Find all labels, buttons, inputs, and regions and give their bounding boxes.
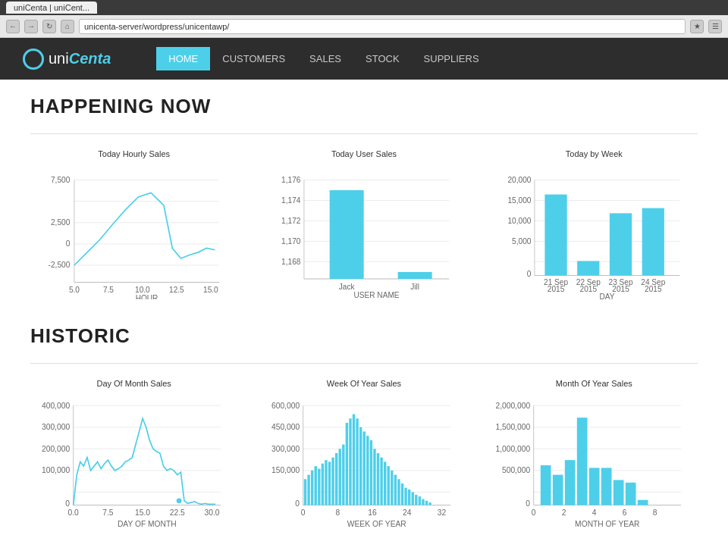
svg-text:16: 16 <box>369 508 378 517</box>
back-button[interactable]: ← <box>6 20 20 33</box>
user-sales-chart: Today User Sales 1,176 1,174 1,172 1,170… <box>260 149 467 302</box>
nav-customers[interactable]: CUSTOMERS <box>210 47 297 70</box>
svg-text:150,000: 150,000 <box>271 466 300 474</box>
svg-rect-32 <box>398 272 432 279</box>
menu-button[interactable]: ☰ <box>708 20 722 33</box>
svg-text:200,000: 200,000 <box>42 445 70 453</box>
svg-rect-103 <box>315 466 317 505</box>
historic-title: HISTORIC <box>30 324 698 348</box>
svg-text:6: 6 <box>622 508 626 517</box>
svg-text:-2,500: -2,500 <box>49 261 71 269</box>
svg-rect-118 <box>366 436 369 505</box>
svg-text:5.0: 5.0 <box>69 286 80 294</box>
home-button[interactable]: ⌂ <box>61 20 74 33</box>
svg-rect-105 <box>322 464 324 505</box>
svg-rect-49 <box>544 195 566 276</box>
svg-rect-161 <box>601 468 611 505</box>
svg-rect-164 <box>637 500 648 505</box>
reload-button[interactable]: ↻ <box>42 20 56 33</box>
svg-text:1,170: 1,170 <box>281 237 301 246</box>
browser-tab[interactable]: uniCenta | uniCent... <box>6 2 97 14</box>
svg-text:0: 0 <box>66 239 71 248</box>
logo-text: uniCenta <box>49 50 111 67</box>
svg-text:0: 0 <box>301 508 306 517</box>
svg-rect-121 <box>377 453 379 505</box>
svg-rect-136 <box>429 502 431 505</box>
svg-rect-50 <box>577 261 599 275</box>
svg-text:8: 8 <box>652 508 657 517</box>
svg-text:2: 2 <box>561 508 566 517</box>
historic-charts: Day Of Month Sales 400,000 300,000 200,0… <box>30 379 698 546</box>
happening-now-charts: Today Hourly Sales 7,500 2,500 0 -2,500 … <box>30 149 698 302</box>
svg-rect-135 <box>425 501 428 505</box>
svg-rect-162 <box>613 480 623 505</box>
svg-rect-163 <box>625 483 635 505</box>
svg-rect-112 <box>346 423 348 505</box>
svg-rect-159 <box>576 418 587 505</box>
browser-toolbar: ← → ↻ ⌂ ★ ☰ <box>0 15 728 38</box>
svg-rect-129 <box>405 488 407 505</box>
day-of-month-title: Day Of Month Sales <box>30 379 237 388</box>
svg-text:USER NAME: USER NAME <box>354 291 400 299</box>
hourly-sales-title: Today Hourly Sales <box>30 149 237 158</box>
svg-rect-108 <box>332 458 334 505</box>
svg-text:22.5: 22.5 <box>170 508 185 517</box>
svg-rect-156 <box>540 465 551 505</box>
svg-text:5,000: 5,000 <box>512 237 532 246</box>
user-sales-title: Today User Sales <box>260 149 467 158</box>
week-of-year-svg: 600,000 450,000 300,000 150,000 0 0 8 16… <box>260 393 467 544</box>
svg-text:4: 4 <box>592 508 596 517</box>
svg-text:1,176: 1,176 <box>281 176 301 184</box>
svg-text:2,000,000: 2,000,000 <box>495 402 530 410</box>
svg-rect-125 <box>391 471 393 505</box>
week-sales-svg: 20,000 15,000 10,000 5,000 0 21 Sep 2015… <box>491 163 698 299</box>
address-bar[interactable] <box>79 19 686 34</box>
svg-rect-160 <box>588 468 599 505</box>
svg-text:2,500: 2,500 <box>51 218 71 227</box>
user-sales-svg: 1,176 1,174 1,172 1,170 1,168 Jack Jill … <box>260 163 467 299</box>
svg-rect-130 <box>408 490 410 505</box>
svg-text:DAY OF MONTH: DAY OF MONTH <box>118 520 177 528</box>
nav-stock[interactable]: STOCK <box>353 47 412 70</box>
month-of-year-title: Month Of Year Sales <box>491 379 698 388</box>
svg-rect-51 <box>610 213 632 275</box>
svg-text:2015: 2015 <box>645 285 662 293</box>
svg-text:7,500: 7,500 <box>51 176 71 184</box>
forward-button[interactable]: → <box>24 20 38 33</box>
svg-rect-115 <box>356 418 359 505</box>
hourly-sales-svg: 7,500 2,500 0 -2,500 5.0 7.5 10.0 12.5 1… <box>30 163 237 299</box>
svg-text:600,000: 600,000 <box>271 402 300 410</box>
svg-rect-119 <box>370 440 372 505</box>
month-of-year-chart: Month Of Year Sales 2,000,000 1,500,000 … <box>491 379 698 546</box>
svg-text:Jill: Jill <box>411 283 420 291</box>
svg-rect-101 <box>308 475 310 505</box>
nav-home[interactable]: HOME <box>156 47 210 70</box>
svg-text:100,000: 100,000 <box>42 466 70 474</box>
svg-rect-127 <box>398 479 400 505</box>
svg-text:15.0: 15.0 <box>135 508 150 517</box>
svg-text:2015: 2015 <box>579 285 597 293</box>
svg-rect-158 <box>564 460 575 505</box>
week-sales-title: Today by Week <box>491 149 698 158</box>
svg-text:300,000: 300,000 <box>271 445 300 453</box>
bookmark-button[interactable]: ★ <box>690 20 704 33</box>
svg-text:450,000: 450,000 <box>271 423 300 431</box>
svg-text:32: 32 <box>438 508 447 517</box>
svg-point-80 <box>177 498 182 503</box>
nav-suppliers[interactable]: SUPPLIERS <box>412 47 491 70</box>
svg-rect-134 <box>422 499 425 505</box>
week-sales-chart: Today by Week 20,000 15,000 10,000 5,000… <box>491 149 698 302</box>
main-content: HAPPENING NOW Today Hourly Sales 7,500 2… <box>0 80 728 560</box>
nav-links: HOME CUSTOMERS SALES STOCK SUPPLIERS <box>156 47 491 70</box>
svg-text:0.0: 0.0 <box>68 508 80 517</box>
nav-sales[interactable]: SALES <box>297 47 353 70</box>
svg-text:HOUR: HOUR <box>136 294 158 299</box>
svg-text:24: 24 <box>403 508 412 517</box>
svg-rect-157 <box>552 475 563 505</box>
svg-text:7.5: 7.5 <box>103 286 114 294</box>
svg-rect-52 <box>642 208 664 276</box>
svg-rect-133 <box>419 496 421 505</box>
svg-rect-131 <box>412 492 414 505</box>
svg-text:15,000: 15,000 <box>507 196 531 205</box>
svg-text:10.0: 10.0 <box>135 286 150 294</box>
